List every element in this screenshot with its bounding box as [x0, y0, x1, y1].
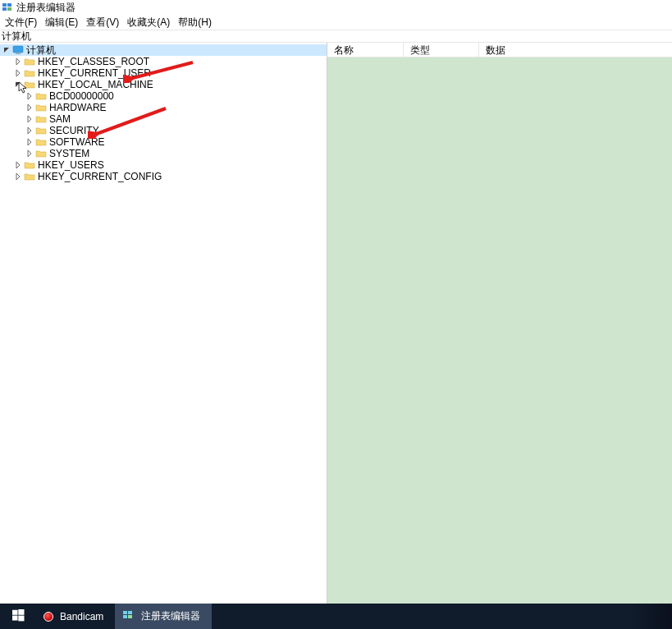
- folder-icon: [35, 91, 47, 101]
- svg-rect-6: [13, 46, 23, 53]
- svg-rect-2: [2, 7, 7, 11]
- svg-rect-11: [18, 615, 24, 621]
- tree-node-hkey-local-machine[interactable]: HKEY_LOCAL_MACHINE: [0, 79, 327, 90]
- registry-tree: 计算机 HKEY_CLASSES_ROOT HK: [0, 44, 327, 182]
- computer-icon: [12, 45, 24, 55]
- svg-rect-10: [12, 615, 18, 620]
- tree-node-computer[interactable]: 计算机: [0, 44, 327, 56]
- windows-logo-icon: [12, 609, 25, 624]
- expander-icon[interactable]: [13, 160, 23, 170]
- list-body[interactable]: [327, 57, 672, 604]
- expander-icon[interactable]: [25, 137, 34, 147]
- tree-label: HKEY_CURRENT_USER: [38, 67, 154, 79]
- taskbar-item-bandicam[interactable]: Bandicam: [37, 604, 115, 629]
- svg-rect-1: [7, 3, 11, 7]
- expander-icon[interactable]: [13, 80, 23, 90]
- window-titlebar: 注册表编辑器: [0, 0, 672, 15]
- address-bar[interactable]: 计算机: [0, 30, 672, 43]
- menu-file[interactable]: 文件(F): [2, 16, 40, 30]
- folder-icon: [24, 172, 35, 181]
- column-header-name[interactable]: 名称: [327, 43, 404, 57]
- folder-icon: [35, 114, 47, 124]
- folder-icon: [35, 126, 47, 135]
- tree-label: SAM: [49, 113, 74, 125]
- folder-icon: [24, 57, 35, 67]
- taskbar: Bandicam 注册表编辑器: [0, 604, 672, 629]
- menu-edit[interactable]: 编辑(E): [42, 16, 81, 30]
- tree-label: HKEY_CURRENT_CONFIG: [38, 171, 165, 182]
- menu-help[interactable]: 帮助(H): [175, 16, 215, 30]
- address-path: 计算机: [2, 30, 31, 44]
- tree-label: HKEY_CLASSES_ROOT: [38, 56, 153, 67]
- tree-node-hkey-users[interactable]: HKEY_USERS: [0, 159, 327, 171]
- expander-icon[interactable]: [25, 114, 34, 124]
- tree-node-hkey-current-user[interactable]: HKEY_CURRENT_USER: [0, 67, 327, 79]
- record-icon: [43, 612, 53, 622]
- expander-icon[interactable]: [13, 57, 23, 67]
- svg-rect-0: [2, 3, 7, 7]
- tree-node-bcd[interactable]: BCD00000000: [0, 90, 327, 102]
- tree-label: SYSTEM: [49, 148, 93, 159]
- regedit-icon: [121, 608, 135, 624]
- expander-icon[interactable]: [25, 91, 34, 101]
- expander-icon[interactable]: [25, 149, 34, 158]
- menu-view[interactable]: 查看(V): [83, 16, 122, 30]
- tree-label: HKEY_USERS: [38, 159, 107, 171]
- folder-icon: [35, 137, 47, 147]
- expander-icon[interactable]: [25, 126, 34, 135]
- tree-node-hardware[interactable]: HARDWARE: [0, 102, 327, 113]
- folder-icon: [35, 103, 47, 112]
- svg-rect-12: [123, 611, 127, 614]
- tree-node-sam[interactable]: SAM: [0, 113, 327, 125]
- tree-node-hkey-current-config[interactable]: HKEY_CURRENT_CONFIG: [0, 171, 327, 182]
- app-icon: [2, 2, 13, 13]
- taskbar-start-button[interactable]: [0, 604, 37, 629]
- tree-label: HKEY_LOCAL_MACHINE: [38, 79, 157, 90]
- folder-icon: [24, 68, 35, 78]
- list-pane: 名称 类型 数据: [327, 43, 672, 604]
- menu-bar: 文件(F) 编辑(E) 查看(V) 收藏夹(A) 帮助(H): [0, 15, 672, 30]
- column-header-data[interactable]: 数据: [479, 43, 672, 57]
- tree-label: SECURITY: [49, 125, 103, 136]
- tree-label: BCD00000000: [49, 90, 117, 102]
- expander-icon[interactable]: [13, 68, 23, 78]
- taskbar-label-regedit: 注册表编辑器: [141, 609, 200, 623]
- svg-rect-14: [123, 615, 127, 618]
- tree-node-software[interactable]: SOFTWARE: [0, 136, 327, 148]
- window-title: 注册表编辑器: [16, 1, 75, 15]
- folder-icon: [35, 149, 47, 158]
- tree-label: SOFTWARE: [49, 136, 108, 148]
- svg-rect-13: [128, 611, 132, 614]
- tree-label: HARDWARE: [49, 102, 110, 113]
- expander-icon[interactable]: [2, 45, 11, 55]
- svg-rect-9: [18, 609, 24, 615]
- tree-pane[interactable]: 计算机 HKEY_CLASSES_ROOT HK: [0, 43, 327, 604]
- expander-icon[interactable]: [13, 172, 23, 181]
- list-header: 名称 类型 数据: [327, 43, 672, 57]
- taskbar-label-bandicam: Bandicam: [60, 611, 103, 622]
- taskbar-fade: [631, 604, 672, 629]
- expander-icon[interactable]: [25, 103, 34, 112]
- taskbar-item-regedit[interactable]: 注册表编辑器: [115, 604, 212, 629]
- tree-node-system[interactable]: SYSTEM: [0, 148, 327, 159]
- menu-favorites[interactable]: 收藏夹(A): [124, 16, 173, 30]
- tree-node-hkey-classes-root[interactable]: HKEY_CLASSES_ROOT: [0, 56, 327, 67]
- main-area: 计算机 HKEY_CLASSES_ROOT HK: [0, 43, 672, 604]
- svg-rect-3: [7, 7, 11, 11]
- svg-rect-15: [128, 615, 132, 618]
- svg-rect-7: [16, 53, 21, 55]
- tree-node-security[interactable]: SECURITY: [0, 125, 327, 136]
- folder-icon: [24, 160, 35, 170]
- column-header-type[interactable]: 类型: [404, 43, 479, 57]
- folder-icon: [24, 80, 35, 90]
- svg-rect-8: [12, 609, 18, 614]
- tree-label-computer: 计算机: [26, 44, 59, 56]
